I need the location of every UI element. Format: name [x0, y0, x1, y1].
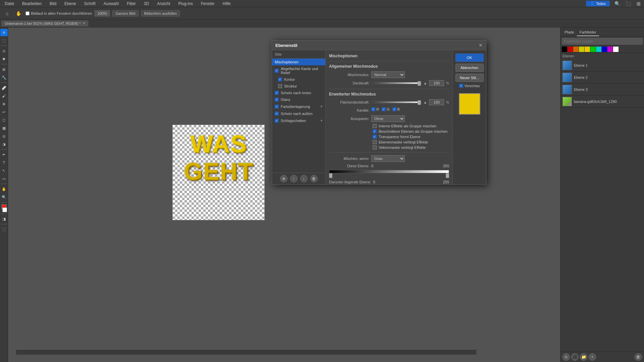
add-mask-btn[interactable]: ⬛ [571, 353, 579, 361]
layer-item-4[interactable]: banana-gd83cfc3d9_1280 [560, 96, 644, 108]
document-tab[interactable]: Unbenannt-1 bei 501% (WAS GEHT, RGB/8) *… [1, 20, 89, 26]
cb-vektormaske[interactable] [373, 145, 377, 149]
deckkraft-slider[interactable] [371, 81, 421, 85]
zoom-tool[interactable]: 🔍 [0, 193, 8, 201]
deckkraft-value[interactable] [429, 80, 444, 86]
menu-bild[interactable]: Bild [48, 1, 58, 7]
screen-mode-tool[interactable]: ⬛ [0, 226, 8, 233]
tab-farbfelder[interactable]: Farbfelder [577, 29, 599, 36]
search-button[interactable]: 🔍 [614, 0, 621, 7]
share-button[interactable]: 👤 Teilen [586, 1, 610, 6]
style-farbueberlag-checkbox[interactable]: ✓ [275, 105, 279, 109]
brush-tool[interactable]: 🖌 [0, 92, 8, 100]
swatch-blue[interactable] [602, 47, 607, 52]
menu-auswahl[interactable]: Auswahl [102, 1, 121, 7]
menu-schrift[interactable]: Schrift [82, 1, 98, 7]
menu-ebene[interactable]: Ebene [62, 1, 78, 7]
style-schein-innen-checkbox[interactable]: ✓ [275, 91, 279, 95]
diese-ebene-thumb-left[interactable] [329, 173, 332, 178]
mischmodus-select[interactable]: Normal [371, 71, 405, 78]
swatch-green[interactable] [590, 47, 596, 52]
channel-r[interactable]: ✓ R [371, 107, 379, 111]
swatch-yellow[interactable] [579, 47, 584, 52]
menu-fenster[interactable]: Fenster [199, 1, 217, 7]
tab-pfade[interactable]: Pfade [562, 29, 577, 36]
fit-all-button[interactable]: Ganzes Bild [112, 10, 138, 16]
eraser-tool[interactable]: ◻ [0, 116, 8, 124]
hand-tool[interactable]: ✋ [0, 185, 8, 193]
style-abgeflachte-checkbox[interactable]: ✓ [275, 69, 279, 73]
ok-button[interactable]: OK [455, 54, 484, 62]
channel-b-checkbox[interactable]: ✓ [392, 107, 396, 111]
cb-intern[interactable] [373, 124, 377, 128]
channel-g[interactable]: ✓ G [382, 107, 390, 111]
diese-ebene-thumb-right[interactable] [446, 173, 449, 178]
flaeche-value[interactable] [429, 99, 444, 105]
sync-scroll-checkbox[interactable] [25, 11, 30, 15]
fill-screen-button[interactable]: Bildschirm ausfüllen [141, 10, 180, 16]
style-mischoptionen[interactable]: Mischoptionen [272, 59, 325, 65]
style-glanz[interactable]: ✓ Glanz [272, 96, 325, 103]
style-delete-btn[interactable]: 🗑 [310, 175, 318, 182]
new-style-button[interactable]: Neuer Stil... [455, 74, 484, 82]
menu-plugins[interactable]: Plug-ins [176, 1, 195, 7]
layer-item-1[interactable]: Ebene 1 [560, 59, 644, 71]
home-icon[interactable]: ⌂ [3, 9, 11, 18]
swatch-white[interactable] [613, 47, 619, 52]
heal-tool[interactable]: 🩹 [0, 84, 8, 92]
menu-ansicht[interactable]: Ansicht [155, 1, 172, 7]
style-glanz-checkbox[interactable]: ✓ [275, 98, 279, 102]
swatch-black[interactable] [562, 47, 567, 52]
aussparen-select[interactable]: Ohne [371, 115, 405, 122]
delete-layer-btn[interactable]: 🗑 [635, 353, 642, 361]
lasso-tool[interactable]: ⊙ [0, 47, 8, 55]
layer-item-2[interactable]: Ebene 2 [560, 71, 644, 83]
channel-g-checkbox[interactable]: ✓ [382, 107, 386, 111]
cb-transparenz[interactable]: ✓ [373, 135, 377, 139]
style-abgeflachte[interactable]: ✓ Abgeflachte Kante und Relief [272, 65, 325, 76]
deckkraft-thumb[interactable] [418, 81, 421, 86]
horizontal-scrollbar[interactable] [16, 350, 476, 355]
style-schlagschatten-checkbox[interactable]: ✓ [275, 119, 279, 123]
tab-close-icon[interactable]: ✕ [83, 21, 85, 25]
style-down-btn[interactable]: ↓ [300, 175, 308, 182]
shape-tool[interactable]: ▭ [0, 175, 8, 182]
crop-tool[interactable]: ⊞ [0, 66, 8, 73]
menu-hilfe[interactable]: Hilfe [221, 1, 233, 7]
eyedropper-tool[interactable]: 🔧 [0, 74, 8, 81]
flaeche-thumb[interactable] [418, 100, 421, 105]
channel-b[interactable]: ✓ B [392, 107, 400, 111]
style-farbueberlag[interactable]: ✓ Farbüberlagerung + [272, 103, 325, 110]
swatch-cyan[interactable] [596, 47, 601, 52]
style-schein-aussen-checkbox[interactable]: ✓ [275, 112, 279, 116]
dodge-tool[interactable]: ◑ [0, 140, 8, 148]
path-select-tool[interactable]: ↖ [0, 167, 8, 174]
pen-tool[interactable]: ✒ [0, 151, 8, 158]
layer-item-3[interactable]: Ebene 3 [560, 83, 644, 96]
menu-3d[interactable]: 3D [142, 1, 151, 7]
menu-bearbeiten[interactable]: Bearbeiten [20, 1, 44, 7]
background-color[interactable] [2, 207, 7, 212]
style-add-btn[interactable]: ⊕ [280, 175, 287, 182]
flaeche-slider[interactable] [371, 100, 421, 105]
cb-beschnitten[interactable]: ✓ [373, 129, 377, 133]
style-kontur[interactable]: ✓ Kontur [272, 76, 325, 83]
quick-select-tool[interactable]: ✱ [0, 55, 8, 63]
cb-ebenenmaske[interactable] [373, 140, 377, 144]
swatch-magenta[interactable] [607, 47, 613, 52]
add-style-btn[interactable]: fx [562, 353, 570, 361]
style-schein-aussen[interactable]: ✓ Schein nach außen [272, 110, 325, 117]
history-brush-tool[interactable]: ↩ [0, 108, 8, 116]
quick-mask-tool[interactable]: ◨ [0, 215, 8, 223]
style-schlagschatten[interactable]: ✓ Schlagschatten + [272, 117, 325, 124]
color-search-input[interactable] [562, 38, 643, 45]
swatch-gold[interactable] [585, 47, 590, 52]
preview-checkbox[interactable]: ✓ [459, 84, 463, 88]
cancel-button[interactable]: Abbrechen [455, 64, 484, 72]
menu-filter[interactable]: Filter [125, 1, 138, 7]
style-struktur-checkbox[interactable] [278, 84, 282, 88]
new-group-btn[interactable]: 📁 [580, 353, 587, 361]
text-tool[interactable]: T [0, 159, 8, 166]
workspace-button[interactable]: ⬛ [625, 0, 632, 7]
gradient-tool[interactable]: ▦ [0, 124, 8, 132]
